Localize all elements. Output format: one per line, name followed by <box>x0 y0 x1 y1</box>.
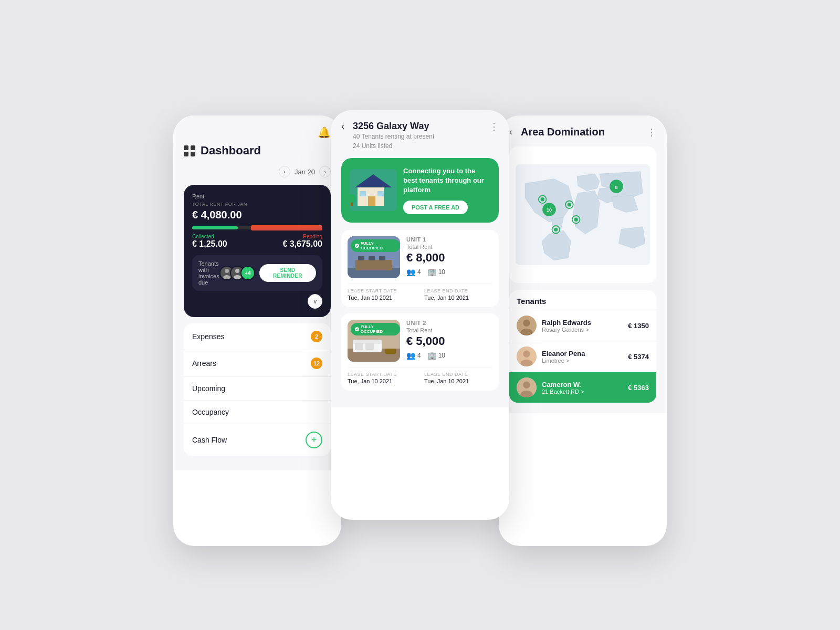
area-title: Area Domination <box>521 126 605 138</box>
svg-rect-9 <box>377 191 384 196</box>
tenant-ralph[interactable]: Ralph Edwards Rosary Gardens > € 1350 <box>509 310 656 341</box>
unit-1-occupied-badge: FULLY OCCUPIED <box>351 239 400 252</box>
tenant-eleanor[interactable]: Eleanor Pena Limetree > € 5374 <box>509 341 656 372</box>
map-last-updated: Last updated: 3 days ago <box>516 282 650 283</box>
date-label: Jan 20 <box>295 168 315 176</box>
pending-label: Pending <box>282 234 322 239</box>
next-date-btn[interactable]: › <box>319 166 331 177</box>
eleanor-name: Eleanor Pena <box>542 350 623 358</box>
svg-rect-14 <box>355 260 392 270</box>
prev-date-btn[interactable]: ‹ <box>279 166 290 177</box>
unit-2-info: UNIT 2 Total Rent € 5,000 👥 4 🏢 10 <box>406 320 492 362</box>
upcoming-menu-item[interactable]: Upcoming <box>184 377 331 401</box>
dashboard-phone: 🔔 Dashboard ‹ Jan 20 › Rent TOTAL RENT F… <box>173 116 341 546</box>
tenants-section-title: Tenants <box>509 290 656 310</box>
rent-total: € 4,080.00 <box>192 209 322 221</box>
rent-amounts: Collected € 1,25.00 Pending € 3,675.00 <box>192 234 322 249</box>
post-free-ad-button[interactable]: POST A FREE AD <box>403 201 468 214</box>
banner-headline: Connecting you to the best tenants throu… <box>403 166 490 195</box>
arrears-menu-item[interactable]: Arrears 12 <box>184 350 331 377</box>
unit-2-stats: 👥 4 🏢 10 <box>406 351 492 360</box>
area-more-icon[interactable]: ⋮ <box>647 127 656 138</box>
svg-rect-17 <box>379 256 385 260</box>
promo-banner: Connecting you to the best tenants throu… <box>341 158 499 223</box>
banner-text: Connecting you to the best tenants throu… <box>403 166 490 214</box>
svg-point-29 <box>541 197 544 201</box>
area-domination-phone: ‹ Area Domination ⋮ <box>499 116 667 546</box>
unit-1-units: 🏢 10 <box>427 268 445 276</box>
tenant-cameron[interactable]: Cameron W. 21 Backett RD > € 5363 <box>509 372 656 403</box>
cameron-sub: 21 Backett RD > <box>542 388 623 395</box>
back-button[interactable]: ‹ <box>341 121 344 132</box>
svg-point-1 <box>223 275 230 279</box>
area-back-button[interactable]: ‹ <box>509 127 512 138</box>
menu-section: Expenses 2 Arrears 12 Upcoming Occupancy… <box>184 323 331 456</box>
svg-point-41 <box>523 320 530 327</box>
tenants-section: Tenants Ralph Edwards Rosary Gardens > <box>509 290 656 403</box>
expenses-label: Expenses <box>192 332 224 341</box>
unit-1-dates: LEASE START DATE Tue, Jan 10 2021 LEASE … <box>348 284 492 301</box>
end-date-value: Tue, Jan 10 2021 <box>424 295 492 301</box>
rent-progress-bar <box>192 226 322 229</box>
svg-rect-23 <box>355 343 363 350</box>
unit-2-rent-label: Total Rent <box>406 327 492 333</box>
svg-point-44 <box>523 351 530 358</box>
ralph-info: Ralph Edwards Rosary Gardens > <box>542 319 623 333</box>
unit-1-end-date: LEASE END DATE Tue, Jan 10 2021 <box>424 288 492 301</box>
tenants-icon-2: 👥 <box>406 351 415 360</box>
area-header: ‹ Area Domination ⋮ <box>509 126 656 138</box>
svg-rect-24 <box>365 343 374 350</box>
start-date-value: Tue, Jan 10 2021 <box>348 295 416 301</box>
upcoming-label: Upcoming <box>192 384 225 393</box>
pending-amount: € 3,675.00 <box>282 239 322 249</box>
dashboard-title-row: Dashboard <box>184 144 331 158</box>
svg-point-3 <box>234 275 241 279</box>
end-date-label-2: LEASE END DATE <box>424 372 492 377</box>
add-cashflow-button[interactable]: + <box>306 432 322 448</box>
unit-2-start-date: LEASE START DATE Tue, Jan 10 2021 <box>348 372 416 384</box>
unit-2-end-date: LEASE END DATE Tue, Jan 10 2021 <box>424 372 492 384</box>
invoices-text: Tenants with invoices due <box>198 260 219 286</box>
collapse-button[interactable]: ∨ <box>308 294 322 309</box>
progress-red <box>251 225 322 230</box>
svg-text:10: 10 <box>547 207 552 213</box>
cashflow-label: Cash Flow <box>192 436 227 444</box>
cameron-amount: € 5363 <box>628 384 649 392</box>
dashboard-title: Dashboard <box>201 144 261 158</box>
unit-1-card: FULLY OCCUPIED UNIT 1 Total Rent € 8,000… <box>341 230 499 307</box>
cashflow-menu-item[interactable]: Cash Flow + <box>184 424 331 456</box>
expenses-menu-item[interactable]: Expenses 2 <box>184 323 331 350</box>
ralph-sub: Rosary Gardens > <box>542 327 623 333</box>
collected-amount: € 1,25.00 <box>192 239 227 249</box>
property-phone: ‹ 3256 Galaxy Way 40 Tenants renting at … <box>331 110 509 520</box>
send-reminder-button[interactable]: SEND REMINDER <box>259 264 316 282</box>
rent-card: Rent TOTAL RENT FOR JAN € 4,080.00 Colle… <box>184 185 331 317</box>
occupancy-menu-item[interactable]: Occupancy <box>184 401 331 424</box>
more-options-icon[interactable]: ⋮ <box>489 121 499 132</box>
unit-2-image: FULLY OCCUPIED <box>348 320 400 362</box>
units-icon: 🏢 <box>427 268 436 276</box>
svg-point-33 <box>568 203 571 206</box>
unit-1-info: UNIT 1 Total Rent € 8,000 👥 4 🏢 10 <box>406 236 492 278</box>
svg-point-39 <box>554 228 558 232</box>
end-date-value-2: Tue, Jan 10 2021 <box>424 378 492 384</box>
unit-1-top: FULLY OCCUPIED UNIT 1 Total Rent € 8,000… <box>348 236 492 278</box>
unit-2-units: 🏢 10 <box>427 351 445 360</box>
unit-2-card: FULLY OCCUPIED UNIT 2 Total Rent € 5,000… <box>341 313 499 391</box>
unit-2-name: UNIT 2 <box>406 320 492 326</box>
tenants-icon: 👥 <box>406 268 415 276</box>
property-title: 3256 Galaxy Way <box>353 121 434 132</box>
dashboard-header: 🔔 <box>184 126 331 139</box>
rent-sublabel: TOTAL RENT FOR JAN <box>192 202 322 207</box>
property-units: 24 Units listed <box>353 141 434 151</box>
bell-icon[interactable]: 🔔 <box>318 126 331 139</box>
eleanor-avatar <box>517 346 537 366</box>
map-svg: 10 8 <box>516 153 650 277</box>
avatars-stack: +4 <box>219 266 255 280</box>
grid-icon <box>184 145 195 156</box>
unit-1-start-date: LEASE START DATE Tue, Jan 10 2021 <box>348 288 416 301</box>
unit-2-dates: LEASE START DATE Tue, Jan 10 2021 LEASE … <box>348 367 492 384</box>
svg-rect-7 <box>368 196 375 206</box>
avatar-extra: +4 <box>240 266 255 280</box>
unit-2-rent-amount: € 5,000 <box>406 334 492 348</box>
